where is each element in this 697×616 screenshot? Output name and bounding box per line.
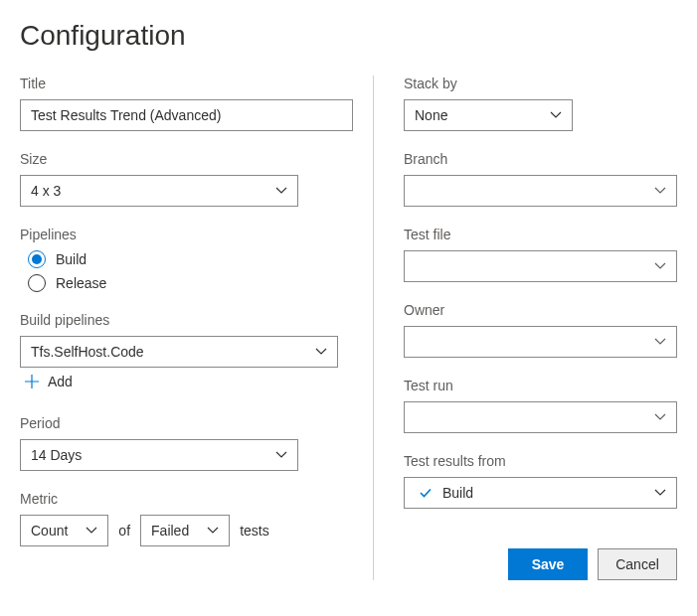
- pipelines-radio-release[interactable]: Release: [28, 274, 353, 292]
- build-pipelines-select[interactable]: Tfs.SelfHost.Code: [20, 336, 338, 368]
- test-run-label: Test run: [404, 378, 677, 393]
- add-label: Add: [48, 374, 73, 389]
- metric-of-text: of: [118, 523, 130, 539]
- branch-label: Branch: [404, 151, 677, 167]
- chevron-down-icon: [315, 346, 327, 358]
- radio-label-release: Release: [56, 275, 106, 291]
- period-value: 14 Days: [31, 447, 82, 463]
- chevron-down-icon: [654, 336, 666, 348]
- build-pipelines-value: Tfs.SelfHost.Code: [31, 344, 144, 360]
- test-run-select[interactable]: [404, 401, 677, 433]
- size-label: Size: [20, 151, 353, 167]
- results-from-select[interactable]: Build: [404, 477, 677, 509]
- chevron-down-icon: [654, 411, 666, 423]
- stack-by-label: Stack by: [404, 76, 677, 91]
- radio-label-build: Build: [56, 251, 87, 267]
- owner-select[interactable]: [404, 326, 677, 358]
- stack-by-select[interactable]: None: [404, 99, 573, 131]
- radio-icon: [28, 250, 46, 268]
- build-pipelines-label: Build pipelines: [20, 312, 353, 328]
- check-icon: [419, 486, 433, 500]
- chevron-down-icon: [550, 109, 562, 121]
- metric-suffix: tests: [240, 523, 269, 539]
- chevron-down-icon: [654, 260, 666, 272]
- pipelines-label: Pipelines: [20, 227, 353, 242]
- test-file-select[interactable]: [404, 250, 677, 282]
- metric-count-value: Count: [31, 523, 68, 539]
- chevron-down-icon: [654, 487, 666, 499]
- results-from-value: Build: [442, 485, 473, 501]
- chevron-down-icon: [86, 525, 97, 537]
- title-label: Title: [20, 76, 353, 91]
- chevron-down-icon: [654, 185, 666, 197]
- pipelines-radio-build[interactable]: Build: [28, 250, 353, 268]
- chevron-down-icon: [275, 185, 287, 197]
- title-value: Test Results Trend (Advanced): [31, 107, 221, 123]
- save-button[interactable]: Save: [508, 548, 588, 580]
- metric-label: Metric: [20, 491, 353, 507]
- plus-icon: [24, 374, 40, 389]
- title-input[interactable]: Test Results Trend (Advanced): [20, 99, 353, 131]
- metric-outcome-select[interactable]: Failed: [140, 515, 230, 546]
- radio-icon: [28, 274, 46, 292]
- chevron-down-icon: [207, 525, 219, 537]
- stack-by-value: None: [415, 107, 447, 123]
- chevron-down-icon: [275, 449, 287, 461]
- metric-outcome-value: Failed: [151, 523, 189, 539]
- owner-label: Owner: [404, 302, 677, 318]
- page-title: Configuration: [20, 20, 677, 52]
- period-label: Period: [20, 415, 353, 431]
- results-from-label: Test results from: [404, 453, 677, 469]
- add-button[interactable]: Add: [20, 368, 353, 395]
- metric-count-select[interactable]: Count: [20, 515, 108, 546]
- branch-select[interactable]: [404, 175, 677, 207]
- cancel-button[interactable]: Cancel: [598, 548, 677, 580]
- test-file-label: Test file: [404, 227, 677, 242]
- period-select[interactable]: 14 Days: [20, 439, 298, 471]
- size-select[interactable]: 4 x 3: [20, 175, 298, 207]
- size-value: 4 x 3: [31, 183, 61, 199]
